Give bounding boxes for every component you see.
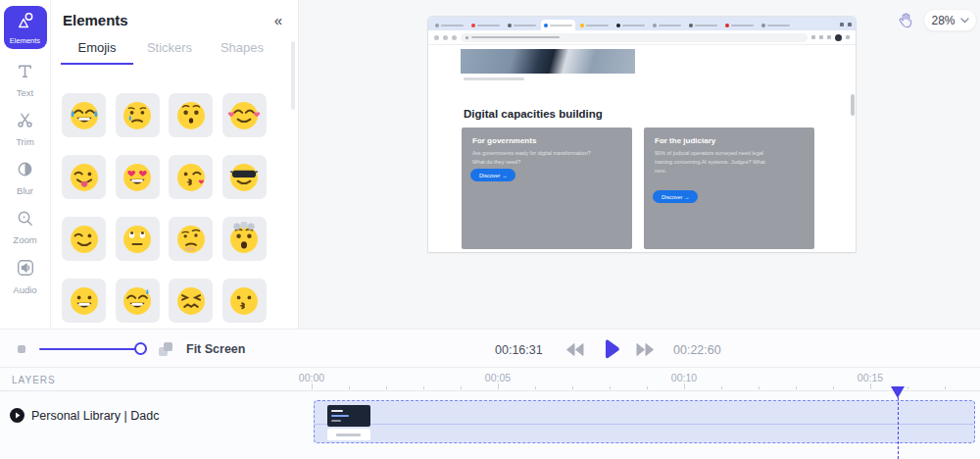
emoji-face-blowing-a-kiss[interactable] (169, 155, 213, 199)
browser-tab (759, 20, 793, 30)
browser-tab (613, 20, 648, 30)
rewind-button[interactable] (564, 330, 584, 369)
emoji-kissing-face[interactable] (222, 279, 267, 323)
fast-forward-button[interactable] (636, 330, 656, 369)
blur-icon (16, 160, 34, 182)
tab-shapes[interactable]: Shapes (206, 40, 278, 65)
zoom-in-icon[interactable] (159, 342, 172, 356)
card-for-governments: For governments Are governments ready fo… (462, 128, 632, 249)
browser-tab (432, 20, 466, 30)
extension-icon (819, 35, 823, 39)
extension-icon (827, 35, 831, 39)
article-photo (461, 49, 635, 74)
emoji-smiling-face-with-hearts[interactable] (222, 93, 267, 137)
thinking-face-icon (173, 222, 209, 257)
ruler-tick (535, 386, 536, 390)
emoji-smiling-face-with-heart-eyes[interactable] (116, 155, 160, 199)
ruler-tick (684, 383, 685, 389)
fast-forward-icon (636, 343, 656, 356)
tab-favicon (616, 24, 620, 27)
tab-title-skeleton (767, 25, 790, 26)
tab-title-skeleton (659, 25, 681, 26)
zoom-level-dropdown[interactable]: 28% (923, 9, 977, 31)
card-title: For the judiciary (655, 136, 804, 145)
tab-title-skeleton (514, 25, 536, 26)
fit-screen-button[interactable]: Fit Screen (186, 342, 245, 356)
smiling-face-with-heart-eyes-icon (120, 160, 155, 195)
tab-favicon (761, 24, 765, 27)
playhead[interactable] (891, 386, 905, 459)
emoji-confounded-face[interactable] (169, 279, 213, 323)
preview-canvas[interactable]: Digital capacities building For governme… (300, 0, 980, 329)
sidebar-item-label: Trim (16, 136, 34, 147)
emoji-crying-face[interactable] (116, 93, 160, 137)
clip-label (327, 429, 370, 440)
emoji-grinning-face-with-sweat[interactable] (116, 279, 160, 323)
sidebar-item-blur[interactable]: Blur (16, 160, 34, 196)
panel-title: Elements (63, 12, 128, 28)
tab-title-skeleton (586, 25, 609, 26)
rewind-icon (564, 343, 584, 356)
sidebar-item-elements[interactable]: Elements (4, 6, 47, 49)
clip-thumbnail (327, 405, 370, 427)
playback-control-bar: Fit Screen 00:16:31 00:22:60 (0, 329, 980, 368)
timeline-ruler[interactable]: LAYERS 00:0000:0500:1000:15 (0, 368, 980, 391)
slider-handle[interactable] (134, 342, 147, 355)
emoji-thinking-face[interactable] (169, 217, 213, 261)
video-preview-frame[interactable]: Digital capacities building For governme… (428, 17, 856, 252)
tab-emojis[interactable]: Emojis (61, 40, 133, 65)
padlock-icon (466, 36, 468, 39)
grinning-face-icon (67, 283, 102, 319)
collapse-panel-button[interactable]: « (274, 13, 282, 27)
panel-tabs: EmojisStickersShapes (61, 40, 298, 65)
tab-stickers[interactable]: Stickers (133, 40, 206, 65)
emoji-winking-face-with-tongue[interactable] (62, 155, 106, 199)
pan-tool-button[interactable] (897, 12, 914, 29)
timeline-clip[interactable] (314, 400, 975, 443)
browser-tab (541, 20, 575, 30)
sidebar-item-text[interactable]: Text (16, 62, 34, 98)
emoji-face-with-tears-of-joy[interactable] (62, 93, 106, 137)
sidebar-item-trim[interactable]: Trim (16, 111, 34, 147)
layers-header: LAYERS (12, 375, 56, 385)
play-button[interactable] (599, 330, 622, 369)
emoji-hushed-face[interactable] (169, 93, 213, 137)
tab-title-skeleton (477, 25, 500, 26)
ruler-tick (461, 386, 462, 390)
tab-title-skeleton (550, 25, 572, 26)
card-for-the-judiciary: For the judiciary 90% of judicial operat… (644, 128, 814, 249)
play-circle-icon (10, 408, 24, 423)
browser-toolbar (428, 30, 856, 45)
smiling-face-with-sunglasses-icon (226, 160, 262, 195)
face-with-tears-of-joy-icon (67, 98, 102, 133)
emoji-winking-face[interactable] (62, 217, 106, 261)
browser-tab (686, 20, 720, 30)
layer-item[interactable]: Personal Library | Dadc (10, 408, 159, 423)
ruler-tick (312, 383, 313, 389)
panel-scrollbar[interactable] (291, 41, 295, 110)
back-icon (434, 35, 439, 40)
tab-favicon (471, 24, 475, 27)
sidebar-item-zoom[interactable]: Zoom (13, 209, 36, 245)
sidebar-item-audio[interactable]: Audio (13, 258, 36, 295)
emoji-smiling-face-with-sunglasses[interactable] (222, 155, 267, 199)
sidebar-item-label: Zoom (13, 234, 36, 245)
emoji-exploding-head[interactable] (222, 217, 267, 261)
card-body: Are governments ready for digital transf… (472, 149, 592, 167)
chevron-down-icon (960, 18, 969, 24)
zoom-out-icon[interactable] (18, 345, 25, 353)
ruler-tick (721, 386, 722, 390)
total-duration: 00:22:60 (673, 343, 721, 357)
emoji-face-with-rolling-eyes[interactable] (116, 217, 160, 261)
trim-icon (16, 111, 34, 133)
timeline-zoom-slider[interactable] (39, 348, 145, 350)
winking-face-with-tongue-icon (67, 160, 102, 195)
layer-name: Personal Library | Dadc (31, 409, 159, 423)
tab-title-skeleton (695, 25, 717, 26)
window-controls (840, 23, 852, 30)
ruler-tick (759, 386, 760, 390)
browser-tab (505, 20, 539, 30)
ruler-tick (610, 386, 611, 390)
emoji-grinning-face[interactable] (62, 279, 106, 323)
ruler-tick (423, 386, 424, 390)
